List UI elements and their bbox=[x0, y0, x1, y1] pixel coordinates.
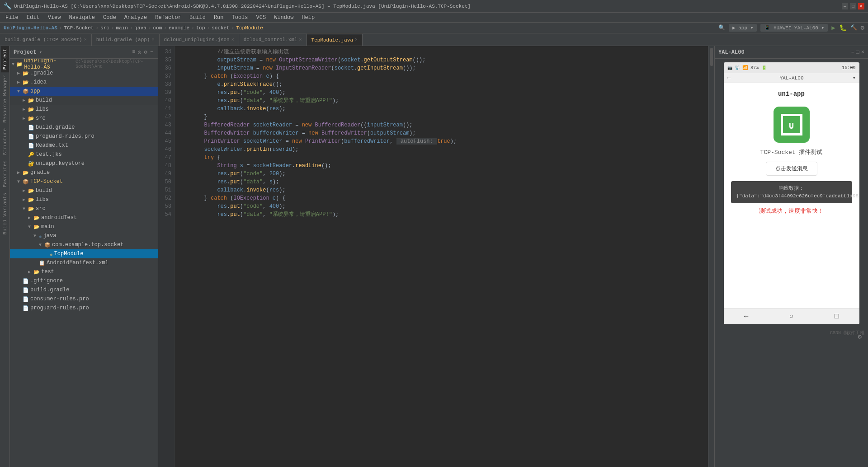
tree-tcp-libs[interactable]: ▶ 📂 libs bbox=[10, 195, 158, 204]
tree-tcpmodule[interactable]: ▶ ☕ TcpModule bbox=[10, 249, 158, 258]
tree-android-test[interactable]: ▶ 📂 androidTest bbox=[10, 213, 158, 222]
tree-package[interactable]: ▼ 📦 com.example.tcp.socket bbox=[10, 240, 158, 249]
structure-tab[interactable]: Structure bbox=[1, 126, 9, 158]
tree-app-libs[interactable]: ▶ 📂 libs bbox=[10, 105, 158, 114]
close-button[interactable]: × bbox=[858, 3, 864, 9]
breadcrumb-com[interactable]: com bbox=[153, 25, 162, 31]
locate-file-button[interactable]: ◎ bbox=[137, 48, 142, 56]
run-config-dropdown[interactable]: ▶ app ▾ bbox=[729, 24, 757, 32]
breadcrumb-project[interactable]: UniPlugin-Hello-AS bbox=[4, 25, 57, 31]
minimize-button[interactable]: – bbox=[842, 3, 848, 9]
menu-analyze[interactable]: Analyze bbox=[121, 14, 151, 22]
tree-tcp-socket[interactable]: ▼ 📦 TCP-Socket bbox=[10, 177, 158, 186]
breadcrumb-java[interactable]: java bbox=[135, 25, 146, 31]
tree-test[interactable]: ▶ 📂 test bbox=[10, 267, 158, 276]
tree-proguard[interactable]: ▶ 📄 proguard-rules.pro bbox=[10, 304, 158, 313]
tree-app-keystore[interactable]: ▶ 🔐 uniapp.keystore bbox=[10, 159, 158, 168]
tab-dcloud-control[interactable]: dcloud_control.xml × bbox=[239, 34, 307, 46]
tree-item-label: UniPlugin-Hello-AS bbox=[24, 59, 74, 70]
tree-java[interactable]: ▼ ☕ java bbox=[10, 231, 158, 240]
tree-idea[interactable]: ▶ 📂 .idea bbox=[10, 78, 158, 87]
project-panel-tab[interactable]: Project bbox=[1, 46, 9, 72]
menu-window[interactable]: Window bbox=[270, 14, 297, 22]
maximize-button[interactable]: □ bbox=[850, 3, 856, 9]
run-button[interactable]: ▶ bbox=[831, 24, 835, 32]
breadcrumb-tcp-socket[interactable]: TCP-Socket bbox=[64, 25, 94, 31]
resource-manager-tab[interactable]: Resource Manager bbox=[1, 72, 9, 126]
sidebar-settings-button[interactable]: ⚙ bbox=[143, 48, 148, 56]
tab-build-gradle-tcp[interactable]: build.gradle (:TCP-Socket) × bbox=[0, 34, 92, 46]
breadcrumb-tcp[interactable]: tcp bbox=[196, 25, 205, 31]
tree-consumer-rules[interactable]: ▶ 📄 consumer-rules.pro bbox=[10, 294, 158, 304]
tab-close-icon[interactable]: × bbox=[151, 37, 154, 42]
breadcrumb-main[interactable]: main bbox=[116, 25, 127, 31]
device-panel-maximize[interactable]: □ bbox=[856, 49, 859, 56]
tree-main[interactable]: ▼ 📂 main bbox=[10, 222, 158, 231]
send-message-button[interactable]: 点击发送消息 bbox=[766, 162, 817, 176]
tree-app[interactable]: ▼ 📦 app bbox=[10, 87, 158, 96]
menu-run[interactable]: Run bbox=[210, 14, 227, 22]
nav-back-btn[interactable]: ← bbox=[744, 313, 749, 321]
menu-help[interactable]: Help bbox=[298, 14, 318, 22]
device-selector[interactable]: 📱 HUAWEI YAL-AL00 ▾ bbox=[760, 24, 828, 32]
tree-item-label: libs bbox=[36, 106, 49, 112]
tree-gradle[interactable]: ▶ 📂 gradle bbox=[10, 168, 158, 177]
menu-tools[interactable]: Tools bbox=[228, 14, 252, 22]
right-scroll-indicator[interactable] bbox=[708, 46, 714, 467]
menu-build[interactable]: Build bbox=[186, 14, 209, 22]
device-panel-close[interactable]: × bbox=[861, 49, 864, 56]
tree-gradle-hidden[interactable]: ▶ 📂 .gradle bbox=[10, 69, 158, 78]
tree-manifest[interactable]: ▶ 📋 AndroidManifest.xml bbox=[10, 258, 158, 267]
breadcrumb-socket[interactable]: socket bbox=[212, 25, 230, 31]
tab-build-gradle-app[interactable]: build.gradle (app) × bbox=[92, 34, 160, 46]
code-editor[interactable]: 34 35 36 37 38 39 40 41 42 43 44 45 46 4… bbox=[158, 46, 708, 467]
tree-item-label: src bbox=[36, 205, 46, 212]
tab-tcpmodule[interactable]: TcpModule.java × bbox=[307, 34, 363, 46]
back-arrow[interactable]: ← bbox=[727, 75, 731, 81]
menu-vcs[interactable]: VCS bbox=[253, 14, 270, 22]
tree-root-build-gradle[interactable]: ▶ 📄 build.gradle bbox=[10, 285, 158, 294]
settings-icon[interactable]: ⚙ bbox=[861, 24, 864, 32]
build-variants-tab[interactable]: Build Variants bbox=[1, 190, 9, 237]
tree-gitignore[interactable]: ▶ 📄 .gitignore bbox=[10, 276, 158, 285]
device-settings-icon[interactable]: ⚙ bbox=[858, 333, 862, 341]
nav-home-btn[interactable]: ○ bbox=[789, 313, 794, 321]
tree-app-src[interactable]: ▶ 📂 src bbox=[10, 114, 158, 123]
breadcrumb-tcpmodule[interactable]: TcpModule bbox=[236, 25, 263, 31]
device-panel-minimize[interactable]: – bbox=[851, 49, 854, 56]
tab-close-icon[interactable]: × bbox=[84, 37, 87, 42]
tree-tcp-src[interactable]: ▼ 📂 src bbox=[10, 204, 158, 213]
tree-app-proguard[interactable]: ▶ 📄 proguard-rules.pro bbox=[10, 132, 158, 141]
favorites-tab[interactable]: Favorites bbox=[1, 158, 9, 190]
menu-refactor[interactable]: Refactor bbox=[151, 14, 185, 22]
project-tree[interactable]: ▼ 📁 UniPlugin-Hello-AS C:\Users\xxx\Desk… bbox=[10, 59, 158, 467]
tree-app-readme[interactable]: ▶ 📄 Readme.txt bbox=[10, 141, 158, 150]
collapse-all-button[interactable]: ≡ bbox=[131, 48, 136, 56]
project-dropdown[interactable]: ▾ bbox=[39, 49, 42, 55]
search-icon[interactable]: 🔍 bbox=[718, 24, 725, 31]
sidebar-close-button[interactable]: – bbox=[149, 48, 154, 56]
debug-button[interactable]: 🐛 bbox=[839, 24, 847, 32]
tab-close-icon[interactable]: × bbox=[355, 37, 358, 42]
tab-dcloud-uniplugins[interactable]: dcloud_uniplugins.json × bbox=[160, 34, 239, 46]
menu-navigate[interactable]: Navigate bbox=[65, 14, 99, 22]
tree-tcp-build[interactable]: ▶ 📂 build bbox=[10, 186, 158, 195]
device-name: YAL-AL00 bbox=[718, 49, 745, 56]
menu-edit[interactable]: Edit bbox=[23, 14, 43, 22]
tree-app-build[interactable]: ▶ 📂 build bbox=[10, 96, 158, 105]
response-data-box: 响应数据：{"data":"d4cc3f44092e626cfec9fcadea… bbox=[731, 181, 852, 203]
menu-file[interactable]: File bbox=[2, 14, 22, 22]
tree-app-testjks[interactable]: ▶ 🔑 test.jks bbox=[10, 150, 158, 159]
tree-app-build-gradle[interactable]: ▶ 📄 build.gradle bbox=[10, 123, 158, 132]
tree-root[interactable]: ▼ 📁 UniPlugin-Hello-AS C:\Users\xxx\Desk… bbox=[10, 60, 158, 69]
tab-close-icon[interactable]: × bbox=[231, 37, 234, 42]
breadcrumb-src[interactable]: src bbox=[100, 25, 109, 31]
breadcrumb-example[interactable]: example bbox=[169, 25, 189, 31]
build-button[interactable]: 🔨 bbox=[850, 24, 857, 31]
menu-code[interactable]: Code bbox=[99, 14, 120, 22]
nav-recent-btn[interactable]: □ bbox=[835, 313, 839, 321]
menu-view[interactable]: View bbox=[44, 14, 65, 22]
nav-dropdown[interactable]: ▾ bbox=[853, 75, 856, 81]
code-content[interactable]: //建立连接后获取输入输出流 outputStream = new Output… bbox=[175, 46, 708, 467]
tab-close-icon[interactable]: × bbox=[299, 37, 302, 42]
